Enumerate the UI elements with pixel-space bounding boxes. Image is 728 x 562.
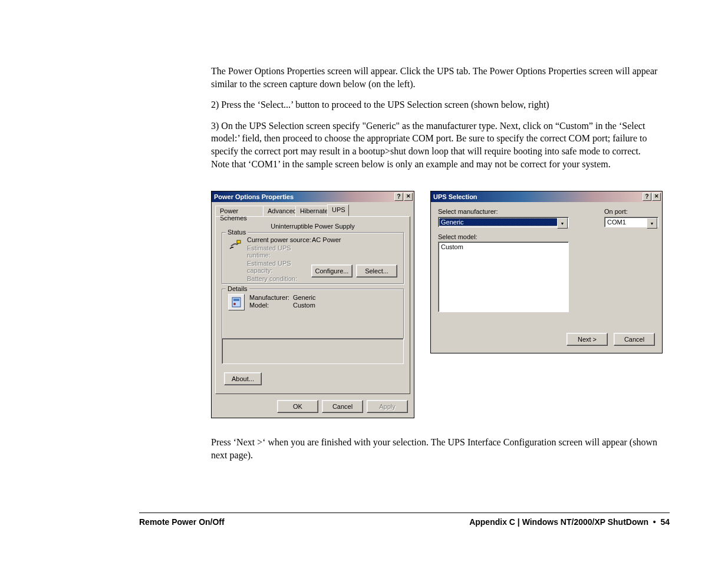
details-label-model: Model: <box>249 302 293 309</box>
details-label-manufacturer: Manufacturer: <box>249 294 293 301</box>
manufacturer-dropdown[interactable]: Generic <box>438 217 569 227</box>
cancel-button[interactable]: Cancel <box>614 333 655 346</box>
power-options-dialog: Power Options Properties Power Schemes A… <box>211 191 414 418</box>
details-grid: Manufacturer: Generic Model: Custom <box>249 294 316 309</box>
tab-advanced[interactable]: Advanced <box>263 206 296 216</box>
message-area <box>222 338 404 364</box>
svg-rect-2 <box>233 299 239 301</box>
details-value-manufacturer: Generic <box>293 294 316 301</box>
chevron-down-icon[interactable] <box>647 218 657 229</box>
footer-left: Remote Power On/Off <box>139 517 225 527</box>
tab-ups[interactable]: UPS <box>327 204 349 216</box>
plug-icon <box>228 237 243 253</box>
page-footer: Remote Power On/Off Appendix C | Windows… <box>139 517 670 527</box>
svg-point-3 <box>233 303 236 305</box>
document-page: The Power Options Properties screen will… <box>0 0 728 562</box>
model-listbox[interactable]: Custom <box>438 242 569 312</box>
titlebar-buttons <box>394 193 413 201</box>
port-dropdown[interactable]: COM1 <box>604 217 658 227</box>
port-value: COM1 <box>605 219 628 226</box>
close-icon[interactable] <box>652 193 661 201</box>
status-legend: Status <box>226 229 248 236</box>
tab-row: Power Schemes Advanced Hibernate UPS <box>215 204 410 216</box>
label-port: On port: <box>604 208 658 215</box>
select-button[interactable]: Select... <box>356 265 397 277</box>
tab-hibernate[interactable]: Hibernate <box>295 206 328 216</box>
titlebar[interactable]: UPS Selection <box>431 191 662 202</box>
status-label-battery: Battery condition: <box>247 275 312 282</box>
tab-power-schemes[interactable]: Power Schemes <box>215 206 263 216</box>
tab-panel-ups: Uninterruptible Power Supply Status Curr… <box>215 216 410 394</box>
paragraph-3: 3) On the UPS Selection screen specify "… <box>211 120 659 170</box>
titlebar[interactable]: Power Options Properties <box>212 191 414 202</box>
configure-button[interactable]: Configure... <box>311 265 353 277</box>
footer-rule <box>139 513 670 513</box>
status-label-capacity: Estimated UPS capacity: <box>247 260 312 274</box>
details-value-model: Custom <box>293 302 316 309</box>
section-title: Uninterruptible Power Supply <box>222 223 404 230</box>
apply-button[interactable]: Apply <box>367 400 408 413</box>
after-text: Press ‘Next >‘ when you are finished wit… <box>211 436 659 461</box>
details-legend: Details <box>226 285 249 292</box>
ups-selection-dialog: UPS Selection Select manufacturer: Gener… <box>430 191 663 353</box>
next-button[interactable]: Next > <box>566 333 608 346</box>
about-button[interactable]: About... <box>224 372 262 385</box>
chevron-down-icon[interactable] <box>557 218 568 229</box>
dialog-title: UPS Selection <box>433 193 477 200</box>
close-icon[interactable] <box>404 193 413 201</box>
status-label-power-source: Current power source: <box>247 236 312 243</box>
details-group: Details Manufacturer: Generic Model: Cu <box>222 289 404 339</box>
ups-icon <box>228 294 245 310</box>
manufacturer-value: Generic <box>439 218 568 226</box>
dialog-title: Power Options Properties <box>214 193 294 200</box>
status-value-power-source: AC Power <box>312 236 341 243</box>
paragraph-4: Press ‘Next >‘ when you are finished wit… <box>211 436 659 461</box>
ok-button[interactable]: OK <box>277 400 318 413</box>
help-icon[interactable] <box>643 193 651 201</box>
svg-rect-0 <box>237 240 241 243</box>
titlebar-buttons <box>643 193 661 201</box>
status-label-runtime: Estimated UPS runtime: <box>247 244 312 259</box>
paragraph-2: 2) Press the ‘Select...’ button to proce… <box>211 98 659 111</box>
model-item-custom[interactable]: Custom <box>441 243 566 250</box>
footer-right: Appendix C | Windows NT/2000/XP ShutDown… <box>469 517 670 527</box>
cancel-button[interactable]: Cancel <box>322 400 363 413</box>
paragraph-1: The Power Options Properties screen will… <box>211 65 659 90</box>
label-manufacturer: Select manufacturer: <box>438 208 569 215</box>
label-model: Select model: <box>438 233 655 240</box>
body-text: The Power Options Properties screen will… <box>211 65 659 178</box>
help-icon[interactable] <box>394 193 403 201</box>
